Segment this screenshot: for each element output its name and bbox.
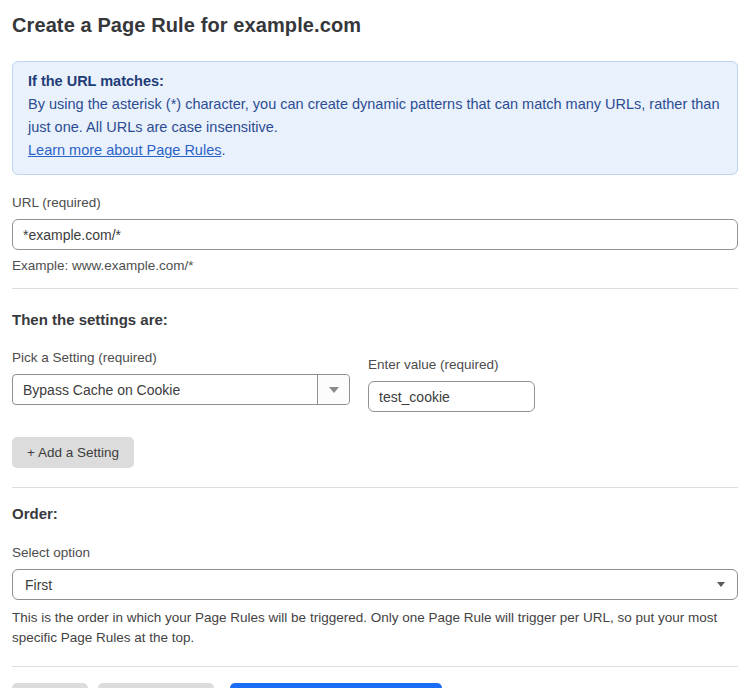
order-select-value: First xyxy=(25,577,52,593)
info-box-heading: If the URL matches: xyxy=(28,70,722,93)
settings-row: Pick a Setting (required) Bypass Cache o… xyxy=(12,350,738,412)
setting-select-arrow-button[interactable] xyxy=(317,375,349,404)
divider xyxy=(12,487,738,488)
settings-section-heading: Then the settings are: xyxy=(12,311,738,328)
order-help-text: This is the order in which your Page Rul… xyxy=(12,608,738,647)
setting-picker-label: Pick a Setting (required) xyxy=(12,350,350,365)
url-input[interactable] xyxy=(12,219,738,250)
save-as-draft-button[interactable]: Save as Draft xyxy=(98,683,215,688)
add-setting-button[interactable]: + Add a Setting xyxy=(12,437,134,468)
url-helper-text: Example: www.example.com/* xyxy=(12,258,738,273)
create-page-rule-panel: Create a Page Rule for example.com If th… xyxy=(0,0,750,688)
setting-select-value: Bypass Cache on Cookie xyxy=(13,375,317,404)
url-field-label: URL (required) xyxy=(12,195,738,210)
chevron-down-icon xyxy=(329,387,339,393)
page-title: Create a Page Rule for example.com xyxy=(12,14,738,37)
order-select-label: Select option xyxy=(12,545,738,560)
setting-value-label: Enter value (required) xyxy=(368,357,535,372)
order-select[interactable]: First xyxy=(12,569,738,600)
cancel-button[interactable]: Cancel xyxy=(12,683,88,688)
divider xyxy=(12,666,738,667)
url-field-group: URL (required) Example: www.example.com/… xyxy=(12,195,738,273)
setting-value-input[interactable] xyxy=(368,381,535,412)
footer-actions: Cancel Save as Draft Save and Deploy Pag… xyxy=(12,683,738,688)
divider xyxy=(12,288,738,289)
setting-value-group: Enter value (required) xyxy=(368,357,535,412)
setting-select[interactable]: Bypass Cache on Cookie xyxy=(12,374,350,405)
info-box-link-row: Learn more about Page Rules. xyxy=(28,139,722,162)
link-suffix: . xyxy=(221,142,225,158)
save-and-deploy-button[interactable]: Save and Deploy Page Rule xyxy=(230,683,442,688)
order-select-group: Select option First This is the order in… xyxy=(12,545,738,647)
learn-more-link[interactable]: Learn more about Page Rules xyxy=(28,142,221,158)
setting-picker-group: Pick a Setting (required) Bypass Cache o… xyxy=(12,350,350,405)
url-match-info-box: If the URL matches: By using the asteris… xyxy=(12,61,738,175)
chevron-down-icon xyxy=(717,582,725,587)
info-box-body: By using the asterisk (*) character, you… xyxy=(28,93,722,139)
order-section-heading: Order: xyxy=(12,505,738,522)
